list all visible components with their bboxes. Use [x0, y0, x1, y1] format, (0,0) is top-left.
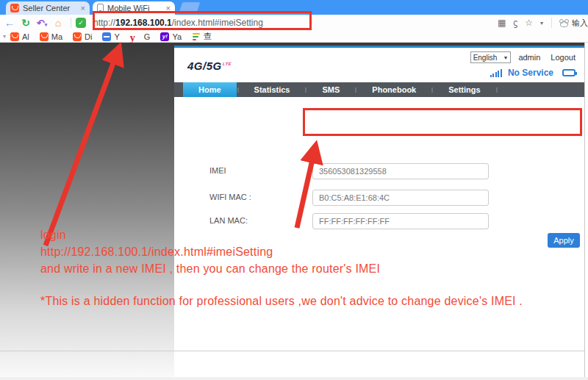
nav-divider	[305, 87, 306, 93]
annotation-box-url	[93, 11, 312, 30]
bookmark-item[interactable]: Di	[73, 32, 92, 41]
bookmark-label: Ma	[51, 32, 62, 41]
toolbar-right-icons: ▦ ϛ ☆ ▾ 输入	[494, 15, 588, 31]
nav-tab-phonebook[interactable]: Phonebook	[357, 82, 431, 97]
signal-bars-icon	[489, 69, 502, 77]
bookmark-label: Ya	[172, 32, 182, 41]
annotation-line: and write in a new IMEI , then you can c…	[40, 260, 523, 277]
toolbar-divider	[551, 18, 552, 28]
bookmark-item[interactable]: Al	[10, 32, 29, 41]
annotation-text: login http://192.168.100.1/index.html#im…	[40, 226, 523, 309]
input-method-label[interactable]: 输入	[572, 18, 588, 29]
close-tab-icon[interactable]: ×	[81, 4, 85, 12]
annotation-line: login	[40, 226, 523, 243]
bookmark-item[interactable]: 查	[192, 31, 212, 42]
chevron-down-icon[interactable]: ▾	[540, 20, 543, 26]
router-admin-page: 4G/5GLTE English▼ admin Logout No Servic…	[174, 46, 584, 380]
network-status: No Service	[508, 68, 553, 78]
aliexpress-favicon	[10, 4, 19, 12]
bookmarks-caret-icon[interactable]: ▾	[3, 33, 6, 40]
logout-link[interactable]: Logout	[551, 53, 576, 62]
back-icon[interactable]: ←	[1, 17, 18, 29]
undo-history-icon[interactable]: ↶▾	[34, 18, 50, 29]
shop-icon	[40, 32, 49, 41]
yandex-icon: y	[130, 32, 139, 41]
paw-icon[interactable]	[559, 19, 569, 27]
security-shield-icon[interactable]: ✓	[76, 18, 86, 28]
shop-icon	[73, 32, 82, 41]
nav-tab-sms[interactable]: SMS	[307, 82, 354, 97]
wifi-mac-row: WIFI MAC :	[174, 190, 584, 206]
logged-in-user: admin	[518, 53, 540, 62]
translate-icon	[102, 32, 111, 41]
bookmark-label: Al	[22, 32, 29, 41]
screenshot-stage: Seller Center × Mobile WiFi × ← ↻ ↶▾ ⌂ ✓…	[0, 0, 588, 380]
nav-divider	[431, 87, 433, 93]
bookmark-item[interactable]: y!Ya	[160, 32, 182, 41]
language-select[interactable]: English▼	[470, 51, 512, 63]
brand-logo: 4G/5GLTE	[187, 60, 232, 72]
toolbar-divider	[71, 18, 71, 28]
bookmark-item[interactable]: Y	[102, 32, 119, 41]
nav-tab-settings[interactable]: Settings	[434, 82, 495, 97]
apply-button[interactable]: Apply	[548, 233, 580, 248]
nav-divider	[355, 87, 356, 93]
yahoo-icon: y!	[160, 32, 169, 41]
bookmark-label: Y	[114, 32, 119, 41]
page-right-gutter	[585, 43, 588, 380]
bottom-strip	[0, 377, 588, 380]
shop-icon	[10, 32, 19, 41]
router-header: 4G/5GLTE English▼ admin Logout No Servic…	[174, 48, 584, 82]
bookmark-item[interactable]: Ma	[40, 32, 62, 41]
select-caret-icon: ▼	[503, 55, 508, 60]
bookmark-label: 查	[204, 31, 212, 42]
wifi-mac-input[interactable]	[312, 190, 489, 206]
language-value: English	[473, 54, 498, 62]
lightning-icon[interactable]: ϛ	[513, 18, 517, 28]
lan-mac-label: LAN MAC:	[209, 216, 248, 225]
tab-label: Seller Center	[23, 4, 78, 12]
imei-input[interactable]	[312, 163, 489, 179]
annotation-line: http://192.168.100.1/index.html#imeiSett…	[40, 243, 523, 260]
reload-icon[interactable]: ↻	[18, 17, 34, 29]
annotation-box-imei	[303, 108, 582, 136]
rank-bars-icon	[192, 32, 201, 41]
imei-label: IMEI	[209, 166, 226, 175]
tab-seller-center[interactable]: Seller Center ×	[6, 1, 90, 15]
home-icon[interactable]: ⌂	[50, 17, 66, 29]
wifi-mac-label: WIFI MAC :	[209, 193, 251, 201]
imei-row: IMEI	[174, 163, 584, 179]
bookmark-label: G	[144, 32, 151, 41]
bookmarks-bar: ▾ Al Ma Di Y yG y!Ya 查	[0, 31, 588, 43]
battery-icon	[562, 69, 576, 76]
bookmark-star-icon[interactable]: ☆	[525, 18, 533, 28]
annotation-note: *This is a hidden function for professio…	[40, 293, 523, 309]
nav-tab-statistics[interactable]: Statistics	[240, 82, 305, 97]
bookmark-label: Di	[85, 32, 92, 41]
nav-divider	[237, 87, 239, 93]
nav-tab-home[interactable]: Home	[183, 82, 237, 97]
nav-divider	[496, 87, 498, 93]
bookmark-item[interactable]: yG	[130, 32, 151, 41]
page-footer-line	[0, 351, 584, 351]
qr-code-icon[interactable]: ▦	[498, 18, 506, 28]
router-nav: Home Statistics SMS Phonebook Settings	[174, 82, 584, 97]
lte-badge: LTE	[223, 62, 232, 66]
